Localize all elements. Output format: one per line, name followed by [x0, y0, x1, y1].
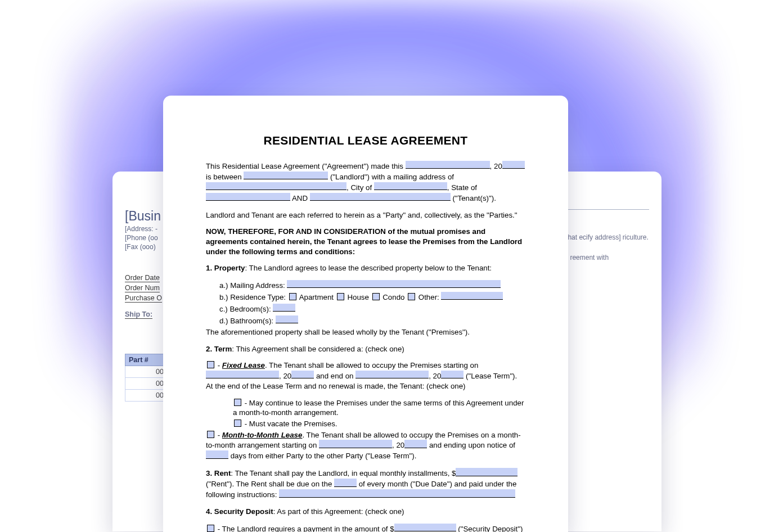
premises-sentence: The aforementioned property shall be lea…: [206, 327, 525, 337]
checkbox-house[interactable]: [337, 293, 344, 300]
intro-paragraph: This Residential Lease Agreement ("Agree…: [206, 161, 525, 204]
blank-end-year[interactable]: [441, 371, 464, 378]
blank-deposit-amount[interactable]: [394, 524, 456, 531]
checkbox-other[interactable]: [408, 293, 415, 300]
checkbox-apartment[interactable]: [289, 293, 296, 300]
blank-city[interactable]: [374, 182, 447, 190]
blank-payment-instructions[interactable]: [279, 489, 515, 497]
blank-rent-amount[interactable]: [456, 468, 518, 476]
blank-residence-other[interactable]: [441, 292, 503, 300]
document-title: RESIDENTIAL LEASE AGREEMENT: [206, 133, 525, 148]
fixed-lease-sub-options: - May continue to lease the Premises und…: [206, 398, 525, 429]
section-3: 3. Rent: The Tenant shall pay the Landlo…: [206, 468, 525, 500]
stage: [Busin [Address: - [Phone (oo [Fax (ooo)…: [0, 0, 774, 532]
section-4: 4. Security Deposit: As part of this Agr…: [206, 507, 525, 517]
section-1: 1. Property: The Landlord agrees to leas…: [206, 263, 525, 273]
blank-bedrooms[interactable]: [273, 304, 295, 312]
blank-tenant-name[interactable]: [310, 193, 451, 201]
blank-landlord-name[interactable]: [244, 172, 328, 179]
blank-m2m-year[interactable]: [404, 440, 427, 448]
blank-state[interactable]: [206, 193, 290, 201]
checkbox-fixed-lease[interactable]: [207, 361, 214, 368]
blank-m2m-start[interactable]: [319, 440, 392, 448]
security-deposit-option: - The Landlord requires a payment in the…: [206, 524, 525, 532]
checkbox-may-continue[interactable]: [234, 399, 241, 406]
blank-mailing-address[interactable]: [287, 280, 501, 288]
checkbox-condo[interactable]: [372, 293, 380, 300]
property-details: a.) Mailing Address: b.) Residence Type:…: [206, 280, 525, 326]
blank-due-day[interactable]: [334, 479, 357, 486]
checkbox-month-to-month[interactable]: [207, 431, 214, 438]
blank-start-year[interactable]: [291, 371, 314, 378]
blank-end-date[interactable]: [356, 371, 429, 378]
blank-notice-days[interactable]: [206, 450, 228, 458]
checkbox-security-deposit[interactable]: [207, 525, 214, 532]
blank-start-date[interactable]: [206, 371, 279, 378]
now-therefore-paragraph: NOW, THEREFORE, FOR AND IN CONSIDERATION…: [206, 227, 525, 256]
month-to-month-option: - Month-to-Month Lease. The Tenant shall…: [206, 430, 525, 462]
section-2: 2. Term: This Agreement shall be conside…: [206, 344, 525, 354]
fixed-lease-option: - Fixed Lease. The Tenant shall be allow…: [206, 360, 525, 391]
blank-date[interactable]: [406, 161, 490, 169]
blank-year[interactable]: [502, 161, 525, 169]
parties-paragraph: Landlord and Tenant are each referred to…: [206, 210, 525, 220]
checkbox-must-vacate[interactable]: [234, 420, 241, 427]
blank-landlord-address[interactable]: [206, 182, 346, 190]
blank-bathrooms[interactable]: [276, 315, 298, 323]
lease-document: RESIDENTIAL LEASE AGREEMENT This Residen…: [163, 96, 568, 532]
